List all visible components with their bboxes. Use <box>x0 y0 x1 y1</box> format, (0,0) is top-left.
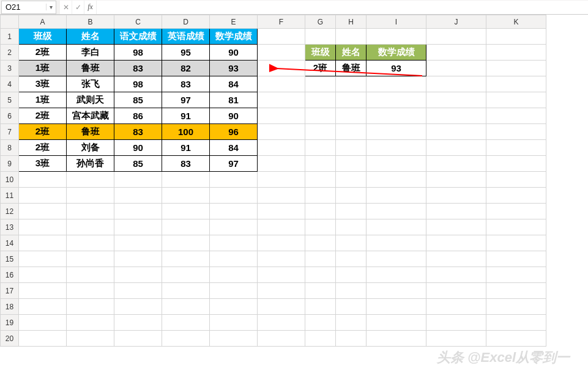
cell-K5[interactable] <box>486 92 546 108</box>
cell-H2[interactable]: 姓名 <box>336 45 367 61</box>
cell-C3[interactable]: 83 <box>114 61 162 76</box>
cell-K9[interactable] <box>486 156 546 172</box>
cell-A18[interactable] <box>19 299 67 315</box>
cell-K2[interactable] <box>486 45 546 61</box>
cell-I8[interactable] <box>367 140 426 156</box>
cell-G18[interactable] <box>305 299 336 315</box>
cell-A4[interactable]: 3班 <box>19 76 67 92</box>
cell-G10[interactable] <box>305 172 336 188</box>
cell-J2[interactable] <box>426 45 486 61</box>
cell-K3[interactable] <box>486 61 546 76</box>
cell-B11[interactable] <box>67 188 114 204</box>
column-header-E[interactable]: E <box>210 15 258 29</box>
cell-H13[interactable] <box>336 219 367 235</box>
cell-J20[interactable] <box>426 331 486 347</box>
cell-C1[interactable]: 语文成绩 <box>114 29 162 45</box>
cell-J11[interactable] <box>426 188 486 204</box>
column-header-F[interactable]: F <box>258 15 305 29</box>
column-header-K[interactable]: K <box>486 15 546 29</box>
cell-F5[interactable] <box>258 92 305 108</box>
cell-C9[interactable]: 85 <box>114 156 162 172</box>
cell-G16[interactable] <box>305 267 336 283</box>
column-header-H[interactable]: H <box>336 15 367 29</box>
fx-icon[interactable]: fx <box>84 1 97 14</box>
cell-B13[interactable] <box>67 219 114 235</box>
cell-A7[interactable]: 2班 <box>19 124 67 140</box>
cell-H17[interactable] <box>336 283 367 299</box>
cell-B1[interactable]: 姓名 <box>67 29 114 45</box>
cell-C15[interactable] <box>114 251 162 267</box>
column-header-B[interactable]: B <box>67 15 114 29</box>
cell-C4[interactable]: 98 <box>114 76 162 92</box>
cell-J14[interactable] <box>426 235 486 251</box>
cell-D10[interactable] <box>162 172 210 188</box>
row-header-15[interactable]: 15 <box>1 251 19 267</box>
row-header-7[interactable]: 7 <box>1 124 19 140</box>
cell-H1[interactable] <box>336 29 367 45</box>
row-header-8[interactable]: 8 <box>1 140 19 156</box>
cell-H18[interactable] <box>336 299 367 315</box>
cell-H16[interactable] <box>336 267 367 283</box>
cell-D2[interactable]: 95 <box>162 45 210 61</box>
cell-A12[interactable] <box>19 204 67 219</box>
cell-C10[interactable] <box>114 172 162 188</box>
row-header-5[interactable]: 5 <box>1 92 19 108</box>
cell-D18[interactable] <box>162 299 210 315</box>
spreadsheet-grid[interactable]: ABCDEFGHIJK 1班级姓名语文成绩英语成绩数学成绩22班李白989590… <box>0 15 588 347</box>
cell-I6[interactable] <box>367 108 426 124</box>
column-header-G[interactable]: G <box>305 15 336 29</box>
select-all-corner[interactable] <box>1 15 19 29</box>
cell-J3[interactable] <box>426 61 486 76</box>
cell-E6[interactable]: 90 <box>210 108 258 124</box>
name-box[interactable]: ▾ <box>1 1 56 14</box>
cell-C13[interactable] <box>114 219 162 235</box>
cell-H11[interactable] <box>336 188 367 204</box>
cell-J12[interactable] <box>426 204 486 219</box>
cell-E12[interactable] <box>210 204 258 219</box>
cell-B2[interactable]: 李白 <box>67 45 114 61</box>
cell-D8[interactable]: 91 <box>162 140 210 156</box>
cell-F9[interactable] <box>258 156 305 172</box>
cell-B14[interactable] <box>67 235 114 251</box>
cell-H3[interactable]: 鲁班 <box>336 61 367 76</box>
cell-H8[interactable] <box>336 140 367 156</box>
cell-C5[interactable]: 85 <box>114 92 162 108</box>
cell-F16[interactable] <box>258 267 305 283</box>
cell-B6[interactable]: 宫本武藏 <box>67 108 114 124</box>
cell-F1[interactable] <box>258 29 305 45</box>
cell-E14[interactable] <box>210 235 258 251</box>
cell-B20[interactable] <box>67 331 114 347</box>
cell-C17[interactable] <box>114 283 162 299</box>
cell-E13[interactable] <box>210 219 258 235</box>
cell-D15[interactable] <box>162 251 210 267</box>
cell-D12[interactable] <box>162 204 210 219</box>
cell-C7[interactable]: 83 <box>114 124 162 140</box>
row-header-17[interactable]: 17 <box>1 283 19 299</box>
cell-I14[interactable] <box>367 235 426 251</box>
cell-B3[interactable]: 鲁班 <box>67 61 114 76</box>
row-header-4[interactable]: 4 <box>1 76 19 92</box>
cell-B7[interactable]: 鲁班 <box>67 124 114 140</box>
cell-C8[interactable]: 90 <box>114 140 162 156</box>
cell-I11[interactable] <box>367 188 426 204</box>
cell-D4[interactable]: 83 <box>162 76 210 92</box>
cell-B15[interactable] <box>67 251 114 267</box>
row-header-20[interactable]: 20 <box>1 331 19 347</box>
cell-I17[interactable] <box>367 283 426 299</box>
cell-F7[interactable] <box>258 124 305 140</box>
cell-E18[interactable] <box>210 299 258 315</box>
cell-J5[interactable] <box>426 92 486 108</box>
cell-E11[interactable] <box>210 188 258 204</box>
row-header-10[interactable]: 10 <box>1 172 19 188</box>
cell-K20[interactable] <box>486 331 546 347</box>
cell-A19[interactable] <box>19 315 67 331</box>
cell-B12[interactable] <box>67 204 114 219</box>
cell-G2[interactable]: 班级 <box>305 45 336 61</box>
cell-A5[interactable]: 1班 <box>19 92 67 108</box>
row-header-3[interactable]: 3 <box>1 61 19 76</box>
cell-F17[interactable] <box>258 283 305 299</box>
cell-G6[interactable] <box>305 108 336 124</box>
cell-I18[interactable] <box>367 299 426 315</box>
cell-G13[interactable] <box>305 219 336 235</box>
cell-K7[interactable] <box>486 124 546 140</box>
